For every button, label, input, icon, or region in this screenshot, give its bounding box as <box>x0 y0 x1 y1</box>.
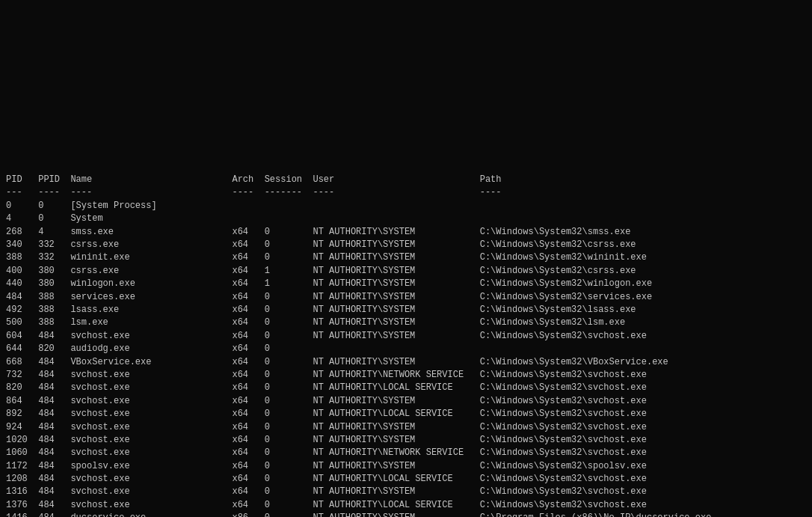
terminal-content <box>6 4 806 174</box>
terminal-wrapper: PID PPID Name Arch Session User Path ---… <box>6 4 806 517</box>
process-table: PID PPID Name Arch Session User Path ---… <box>6 174 806 517</box>
